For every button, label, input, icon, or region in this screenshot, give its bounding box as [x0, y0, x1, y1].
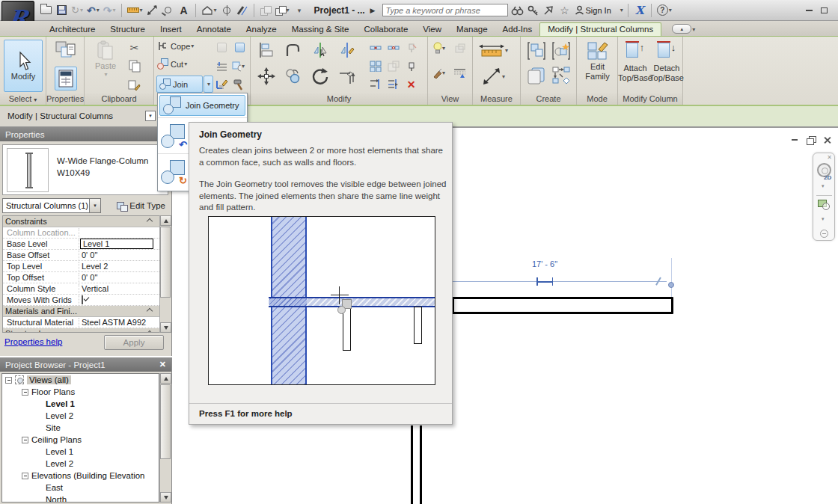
help-button[interactable]: ?▾: [656, 3, 673, 18]
panel-modify-column-label[interactable]: Modify Column: [618, 93, 682, 105]
navbar-close-icon[interactable]: ✕: [827, 154, 832, 161]
edit-type-button[interactable]: Edit Type: [114, 198, 168, 213]
tree-item-ceiling-level1[interactable]: Level 1: [2, 446, 159, 458]
match-type-button[interactable]: [128, 79, 141, 91]
property-row[interactable]: Top LevelLevel 2: [3, 261, 165, 272]
tab-collaborate[interactable]: Collaborate: [356, 23, 415, 36]
panel-properties-label[interactable]: Properties: [46, 93, 84, 105]
base-level-value[interactable]: Level 1: [80, 239, 153, 249]
tab-massing-site[interactable]: Massing & Site: [284, 23, 357, 36]
cope-button[interactable]: Cope ▾: [157, 40, 194, 52]
type-properties-button[interactable]: [55, 40, 77, 63]
tree-item-level1[interactable]: Level 1: [2, 398, 159, 410]
tab-modify-structural-columns[interactable]: Modify | Structural Columns: [539, 22, 661, 36]
detach-top-base-button[interactable]: ↓ Detach Top/Base: [651, 41, 682, 82]
type-selector-preview[interactable]: W-Wide Flange-Column W10X49: [2, 144, 168, 195]
attach-top-base-button[interactable]: ↑ Attach Top/Base: [620, 41, 651, 82]
default-3d-view-button[interactable]: ▾: [201, 3, 218, 18]
group-materials[interactable]: Materials and Fini...: [3, 306, 165, 317]
tree-expander-icon[interactable]: [5, 377, 12, 384]
panel-select-label[interactable]: Select ▾: [0, 93, 46, 105]
cut-geometry-button[interactable]: Cut ▾: [157, 58, 187, 70]
property-row[interactable]: Structural MaterialSteel ASTM A992: [3, 317, 165, 328]
delete-button[interactable]: ✕: [405, 78, 418, 90]
ribbon-collapse-button[interactable]: ▴: [672, 24, 691, 34]
move-button[interactable]: [257, 67, 276, 86]
communication-center-button[interactable]: [542, 3, 556, 18]
menu-item-join-geometry[interactable]: Join Geometry: [159, 95, 245, 116]
navbar-collapse-icon[interactable]: [820, 230, 828, 238]
demolish-button[interactable]: [232, 78, 245, 90]
mirror-draw-axis-button[interactable]: [337, 40, 357, 60]
create-parts-button[interactable]: [551, 65, 572, 86]
panel-measure-label[interactable]: Measure: [473, 93, 520, 105]
apply-button[interactable]: Apply: [104, 335, 164, 350]
create-similar-button[interactable]: [551, 40, 572, 61]
tree-item-level2[interactable]: Level 2: [2, 410, 159, 422]
dimension-drag-handle[interactable]: [668, 282, 674, 288]
tab-structure[interactable]: Structure: [103, 23, 153, 36]
group-structural[interactable]: Structural: [3, 328, 165, 333]
measure-between-button[interactable]: ▾: [479, 43, 508, 58]
array-button[interactable]: [369, 60, 382, 73]
properties-header[interactable]: Properties: [0, 127, 171, 141]
exchange-apps-button[interactable]: X: [633, 3, 646, 18]
property-row[interactable]: Column StyleVertical: [3, 283, 165, 295]
edit-profile-button[interactable]: [215, 78, 228, 90]
switch-windows-caret-icon[interactable]: ▾: [287, 7, 290, 13]
scroll-up-button[interactable]: [160, 215, 171, 226]
displace-elements-button[interactable]: [453, 42, 466, 55]
panel-create-label[interactable]: Create: [521, 93, 576, 105]
join-dropdown-button[interactable]: ▾: [204, 76, 213, 93]
panel-clipboard-label[interactable]: Clipboard: [85, 93, 153, 105]
ribbon-collapse-caret-icon[interactable]: ▾: [692, 26, 695, 33]
signin-caret-icon[interactable]: ▾: [620, 7, 623, 13]
wall-edge-line[interactable]: [411, 425, 413, 504]
wall-edge-line[interactable]: [420, 425, 422, 504]
copy-element-button[interactable]: [284, 67, 303, 86]
modify-button[interactable]: Modify: [4, 40, 43, 92]
tree-item-east[interactable]: East: [2, 482, 159, 494]
scale-button[interactable]: [387, 60, 400, 73]
sign-in-button[interactable]: Sign In: [574, 3, 612, 18]
pin-button[interactable]: [405, 60, 418, 73]
element-filter-dropdown[interactable]: Structural Columns (1) ▾: [2, 198, 101, 213]
moves-with-grids-checkbox[interactable]: [82, 295, 83, 304]
property-row[interactable]: Column Location...: [3, 227, 165, 239]
tab-architecture[interactable]: Architecture: [42, 23, 103, 36]
scroll-thumb[interactable]: [160, 384, 171, 459]
create-group-button[interactable]: [526, 65, 547, 86]
wheel-caret-icon[interactable]: ▾: [822, 183, 825, 189]
undo-caret-icon[interactable]: ▾: [97, 7, 100, 13]
view-close-button[interactable]: [822, 135, 832, 144]
tree-expander-icon[interactable]: [22, 437, 28, 443]
align-button[interactable]: [257, 40, 276, 60]
offset-button[interactable]: [284, 40, 303, 60]
close-hidden-windows-button[interactable]: [259, 3, 272, 18]
aligned-dimension-button[interactable]: [146, 3, 159, 18]
tree-item-site[interactable]: Site: [2, 422, 159, 434]
paste-button[interactable]: Paste ▾: [91, 40, 120, 78]
mirror-pick-axis-button[interactable]: [311, 40, 330, 60]
property-row[interactable]: Moves With Grids: [3, 295, 165, 306]
group-constraints[interactable]: Constraints: [3, 216, 165, 227]
tab-annotate[interactable]: Annotate: [189, 23, 239, 36]
tree-item-floor-plans[interactable]: Floor Plans: [2, 386, 159, 398]
text-button[interactable]: A: [177, 3, 191, 18]
thin-lines-button[interactable]: [236, 3, 249, 18]
tree-item-views[interactable]: Views (all): [2, 374, 159, 386]
options-dropdown[interactable]: ▾: [145, 111, 156, 121]
filter-caret-icon[interactable]: ▾: [89, 199, 100, 212]
section-button[interactable]: [220, 3, 233, 18]
scroll-down-button[interactable]: [160, 492, 171, 503]
split-with-gap-button[interactable]: [387, 41, 400, 54]
tree-item-north[interactable]: North: [2, 494, 159, 503]
switch-windows-button[interactable]: ▾: [275, 3, 290, 18]
project-browser-close-icon[interactable]: ✕: [159, 360, 166, 369]
panel-modify-label[interactable]: Modify: [251, 93, 427, 105]
reveal-hidden-button[interactable]: ▾: [432, 42, 445, 55]
save-button[interactable]: [55, 3, 68, 18]
aligned-dim-button[interactable]: ▾: [482, 67, 505, 86]
tree-expander-icon[interactable]: [22, 389, 28, 396]
create-assembly-button[interactable]: [526, 40, 547, 61]
